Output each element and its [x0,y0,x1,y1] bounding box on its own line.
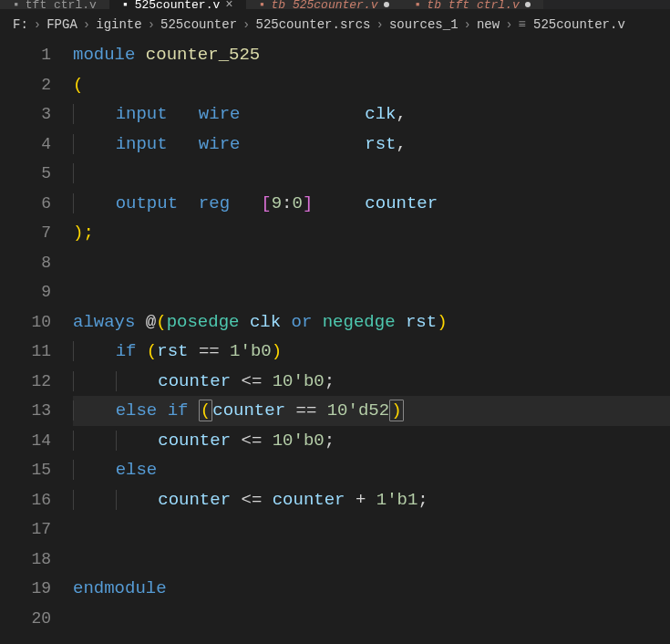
code-line[interactable] [73,604,670,634]
line-number: 7 [0,218,51,248]
line-number-gutter: 1 2 3 4 5 6 7 8 9 10 11 12 13 14 15 16 1… [0,40,73,633]
file-lines-icon: ≡ [519,17,526,32]
chevron-right-icon: › [242,17,250,32]
tab-label: tb_525counter.v [271,0,377,9]
file-icon: ▪ [259,0,266,9]
line-number: 18 [0,545,51,575]
code-line[interactable]: input wire rst, [73,130,670,160]
chevron-right-icon: › [464,17,471,32]
code-content[interactable]: module counter_525 ( input wire clk, inp… [73,40,670,633]
code-line[interactable] [73,545,670,575]
code-line[interactable]: always @(posedge clk or negedge rst) [73,307,670,338]
chevron-right-icon: › [83,17,90,32]
code-editor[interactable]: 1 2 3 4 5 6 7 8 9 10 11 12 13 14 15 16 1… [0,40,670,633]
code-line[interactable]: endmodule [73,574,670,604]
code-line[interactable]: output reg [9:0] counter [73,189,670,219]
line-number: 12 [0,367,51,397]
tab-525counter[interactable]: ▪ 525counter.v × [109,0,246,9]
code-line[interactable] [73,159,670,189]
modified-dot-icon [525,2,531,7]
line-number: 10 [0,307,51,338]
code-line[interactable] [73,277,670,307]
breadcrumb-item[interactable]: new [477,17,500,32]
line-number: 15 [0,455,51,485]
line-number: 4 [0,130,51,160]
code-line[interactable] [73,514,670,545]
tab-tb-525counter[interactable]: ▪ tb_525counter.v [246,0,402,9]
line-number: 1 [0,40,51,70]
line-number: 8 [0,248,51,278]
chevron-right-icon: › [34,17,41,32]
line-number: 3 [0,99,51,130]
line-number: 16 [0,485,51,515]
code-line[interactable]: module counter_525 [73,40,670,70]
chevron-right-icon: › [376,17,384,32]
line-number: 17 [0,514,51,545]
code-line[interactable]: else [73,455,670,485]
tab-label: tft_ctrl.v [26,0,97,9]
chevron-right-icon: › [148,17,155,32]
chevron-right-icon: › [505,17,512,32]
code-line[interactable]: input wire clk, [73,99,670,130]
breadcrumb-item[interactable]: sources_1 [389,17,459,32]
code-line[interactable]: counter <= 10'b0; [73,367,670,397]
line-number: 20 [0,604,51,634]
code-line[interactable] [73,248,670,278]
code-line[interactable]: if (rst == 1'b0) [73,337,670,367]
line-number: 14 [0,426,51,456]
code-line[interactable]: counter <= counter + 1'b1; [73,485,670,515]
close-icon[interactable]: × [225,0,232,9]
tab-label: tb_tft_ctrl.v [427,0,519,9]
line-number: 13 [0,396,51,426]
breadcrumb-item[interactable]: 525counter.srcs [255,17,370,32]
file-icon: ▪ [415,0,422,9]
tab-tft-ctrl[interactable]: ▪ tft_ctrl.v [0,0,109,9]
line-number: 9 [0,277,51,307]
line-number: 19 [0,574,51,604]
line-number: 2 [0,70,51,100]
code-line[interactable]: counter <= 10'b0; [73,426,670,456]
breadcrumb-item[interactable]: F: [13,17,28,32]
tab-label: 525counter.v [135,0,221,9]
modified-dot-icon [384,2,389,7]
line-number: 6 [0,189,51,219]
breadcrumb-item[interactable]: 525counter [160,17,237,32]
tab-bar: ▪ tft_ctrl.v ▪ 525counter.v × ▪ tb_525co… [0,0,670,9]
line-number: 5 [0,159,51,189]
breadcrumb-item[interactable]: FPGA [46,17,77,32]
breadcrumb[interactable]: F:› FPGA› iginte› 525counter› 525counter… [0,9,670,40]
breadcrumb-item[interactable]: iginte [96,17,141,32]
code-line[interactable]: ); [73,218,670,248]
code-line[interactable]: ( [73,70,670,100]
file-icon: ▪ [122,0,129,9]
line-number: 11 [0,337,51,367]
tab-tb-tft-ctrl[interactable]: ▪ tb_tft_ctrl.v [402,0,543,9]
breadcrumb-item[interactable]: 525counter.v [533,17,625,32]
file-icon: ▪ [13,0,20,9]
code-line-active[interactable]: else if (counter == 10'd52) [73,396,670,426]
